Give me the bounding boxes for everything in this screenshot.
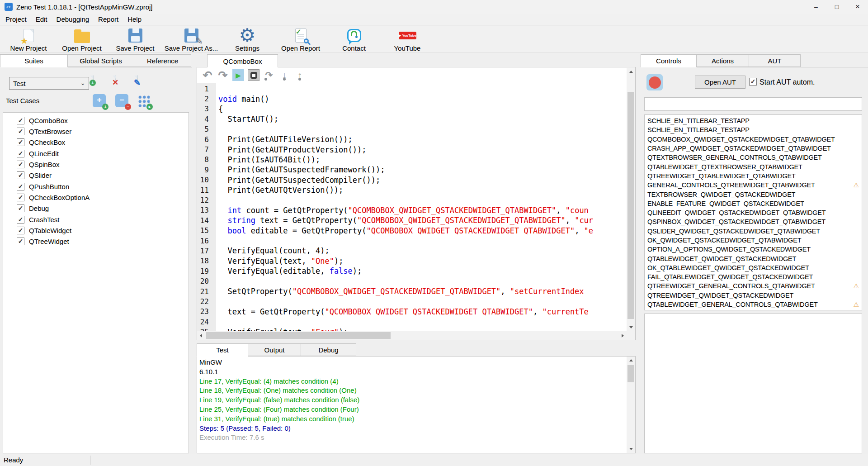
scroll-left-icon[interactable] xyxy=(197,331,205,340)
output-vertical-scrollbar[interactable] xyxy=(627,357,635,453)
checkbox[interactable]: ✓ xyxy=(17,138,24,146)
menu-item-edit[interactable]: Edit xyxy=(31,15,52,23)
editor-horizontal-scrollbar[interactable] xyxy=(197,331,627,340)
close-button[interactable]: × xyxy=(847,0,868,14)
edit-suite-button[interactable]: ✎ xyxy=(137,76,138,84)
test-case-row[interactable]: ✓QCheckBoxOptionA xyxy=(3,192,189,203)
checkbox[interactable]: ✓ xyxy=(17,161,24,168)
tab-suites[interactable]: Suites xyxy=(0,54,68,67)
menu-item-project[interactable]: Project xyxy=(1,15,31,23)
control-item[interactable]: SCHLIE_EN_TITLEBAR_TESTAPP xyxy=(647,116,859,125)
tab-reference[interactable]: Reference xyxy=(134,54,191,67)
control-item[interactable]: QTABLEWIDGET_GENERAL_CONTROLS_QTABWIDGET… xyxy=(647,300,859,309)
scroll-right-icon[interactable] xyxy=(619,331,627,340)
run-test-cases-button[interactable]: ▸ xyxy=(137,94,150,107)
checkbox[interactable]: ✓ xyxy=(17,183,24,190)
toolbar-button-settings[interactable]: ⚙Settings xyxy=(221,26,274,52)
test-case-row[interactable]: ✓QTreeWidget xyxy=(3,236,189,247)
open-aut-button[interactable]: Open AUT xyxy=(695,76,745,89)
toolbar-button-contact[interactable]: Contact xyxy=(327,26,381,52)
menu-item-help[interactable]: Help xyxy=(123,15,146,23)
toolbar-button-new-project[interactable]: ★New Project xyxy=(2,26,55,52)
scroll-up-icon[interactable] xyxy=(627,357,635,364)
test-output[interactable]: MinGW6.10.1Line 17, VerifyEqual: (4) mat… xyxy=(199,358,624,442)
checkbox[interactable]: ✓ xyxy=(17,204,24,212)
menu-item-debugging[interactable]: Debugging xyxy=(52,15,94,23)
run-icon[interactable]: ▶ xyxy=(232,69,244,81)
control-item[interactable]: QTEXTBROWSER_GENERAL_CONTROLS_QTABWIDGET xyxy=(647,153,859,162)
scroll-down-icon[interactable] xyxy=(627,445,635,453)
control-item[interactable]: TEXTBROWSER_QWIDGET_QSTACKEDWIDGET xyxy=(647,190,859,199)
scrollbar-thumb[interactable] xyxy=(206,332,391,339)
control-item[interactable]: QSPINBOX_QWIDGET_QSTACKEDWIDGET_QTABWIDG… xyxy=(647,217,859,226)
control-item[interactable]: QTABLEWIDGET_QWIDGET_QSTACKEDWIDGET xyxy=(647,254,859,263)
title-bar[interactable]: ZT Zeno Test 1.0.18.1 - [QtTestAppMinGW.… xyxy=(0,0,868,14)
stop-icon[interactable] xyxy=(248,69,259,81)
menu-item-report[interactable]: Report xyxy=(94,15,123,23)
test-case-row[interactable]: ✓QCheckBox xyxy=(3,137,189,148)
checkbox[interactable]: ✓ xyxy=(17,117,24,124)
control-item[interactable]: GENERAL_CONTROLS_QTREEWIDGET_QTABWIDGET⚠ xyxy=(647,181,859,190)
step-out-icon[interactable]: ↑ xyxy=(294,69,306,81)
checkbox[interactable]: ✓ xyxy=(17,194,24,201)
step-into-icon[interactable]: ↓ xyxy=(278,69,290,81)
remove-test-case-button[interactable]: −− xyxy=(115,94,128,107)
delete-suite-button[interactable]: ✕ xyxy=(115,76,116,84)
scroll-down-icon[interactable] xyxy=(627,323,635,331)
control-item[interactable]: QCOMBOBOX_QWIDGET_QSTACKEDWIDGET_QTABWID… xyxy=(647,135,859,144)
test-case-row[interactable]: ✓QLineEdit xyxy=(3,148,189,159)
control-item[interactable]: QSLIDER_QWIDGET_QSTACKEDWIDGET_QTABWIDGE… xyxy=(647,227,859,236)
record-button[interactable] xyxy=(646,74,663,90)
scrollbar-thumb[interactable] xyxy=(627,92,634,319)
control-item[interactable]: FAIL_QTABLEWIDGET_QWIDGET_QSTACKEDWIDGET xyxy=(647,272,859,281)
tab-actions[interactable]: Actions xyxy=(696,54,749,67)
checkbox[interactable]: ✓ xyxy=(17,216,24,223)
suite-dropdown[interactable]: Test ⌄ xyxy=(9,77,89,90)
step-over-icon[interactable]: ↷ xyxy=(263,69,275,81)
scrollbar-thumb[interactable] xyxy=(627,365,634,382)
start-aut-checkbox[interactable]: ✓ xyxy=(749,78,757,86)
minimize-button[interactable]: – xyxy=(806,0,826,14)
control-item[interactable]: SCHLIE_EN_TITLEBAR_TESTAPP xyxy=(647,125,859,134)
tab-qcombobox[interactable]: QComboBox xyxy=(207,54,278,67)
toolbar-button-open-report[interactable]: ✓Open Report xyxy=(274,26,327,52)
toolbar-button-open-project[interactable]: Open Project xyxy=(55,26,108,52)
toolbar-button-youtube[interactable]: ▶YouTubeYouTube xyxy=(381,26,434,52)
toolbar-button-save-project[interactable]: Save Project xyxy=(108,26,162,52)
add-suite-button[interactable]: + xyxy=(93,76,94,84)
control-item[interactable]: QLINEEDIT_QWIDGET_QSTACKEDWIDGET_QTABWID… xyxy=(647,208,859,217)
control-item[interactable]: ENABLE_FEATURE_QWIDGET_QSTACKEDWIDGET xyxy=(647,199,859,208)
test-case-row[interactable]: ✓QPushButton xyxy=(3,181,189,192)
add-test-case-button[interactable]: ++ xyxy=(93,94,106,107)
checkbox[interactable]: ✓ xyxy=(17,150,24,157)
tab-debug[interactable]: Debug xyxy=(301,343,356,356)
checkbox[interactable]: ✓ xyxy=(17,128,24,135)
redo-icon[interactable]: ↷ xyxy=(217,69,229,81)
control-item[interactable]: OK_QTABLEWIDGET_QWIDGET_QSTACKEDWIDGET xyxy=(647,263,859,272)
undo-icon[interactable]: ↶ xyxy=(202,69,213,81)
test-case-row[interactable]: ✓QSpinBox xyxy=(3,159,189,170)
control-item[interactable]: CRASH_APP_QWIDGET_QSTACKEDWIDGET_QTABWID… xyxy=(647,144,859,153)
test-case-row[interactable]: ✓CrashTest xyxy=(3,214,189,225)
control-item[interactable]: QTREEWIDGET_QWIDGET_QSTACKEDWIDGET xyxy=(647,291,859,300)
editor-vertical-scrollbar[interactable] xyxy=(627,68,635,331)
control-item[interactable]: OPTION_A_OPTIONS_QWIDGET_QSTACKEDWIDGET xyxy=(647,245,859,254)
control-item[interactable]: QTABLEWIDGET_QTEXTBROWSER_QTABWIDGET xyxy=(647,162,859,171)
tab-controls[interactable]: Controls xyxy=(641,54,697,67)
maximize-button[interactable]: □ xyxy=(826,0,847,14)
test-case-row[interactable]: ✓QTextBrowser xyxy=(3,126,189,137)
control-item[interactable]: OK_QWIDGET_QSTACKEDWIDGET_QTABWIDGET xyxy=(647,236,859,245)
toolbar-button-save-project-as[interactable]: ✎Save Project As... xyxy=(162,26,221,52)
control-item[interactable]: QTREEWIDGET_QTABLEWIDGET_QTABWIDGET xyxy=(647,171,859,181)
tab-test[interactable]: Test xyxy=(197,343,248,357)
test-case-row[interactable]: ✓Debug xyxy=(3,203,189,214)
tab-output[interactable]: Output xyxy=(248,343,301,356)
test-case-row[interactable]: ✓QSlider xyxy=(3,170,189,181)
test-case-row[interactable]: ✓QComboBox xyxy=(3,115,189,126)
checkbox[interactable]: ✓ xyxy=(17,238,24,245)
control-item[interactable]: QTREEWIDGET_GENERAL_CONTROLS_QTABWIDGET⚠ xyxy=(647,281,859,290)
test-case-row[interactable]: ✓QTableWidget xyxy=(3,225,189,236)
checkbox[interactable]: ✓ xyxy=(17,227,24,234)
tab-aut[interactable]: AUT xyxy=(749,54,801,67)
code-editor[interactable]: 12void main()3{4 StartAUT();56 Print(Get… xyxy=(197,83,627,331)
